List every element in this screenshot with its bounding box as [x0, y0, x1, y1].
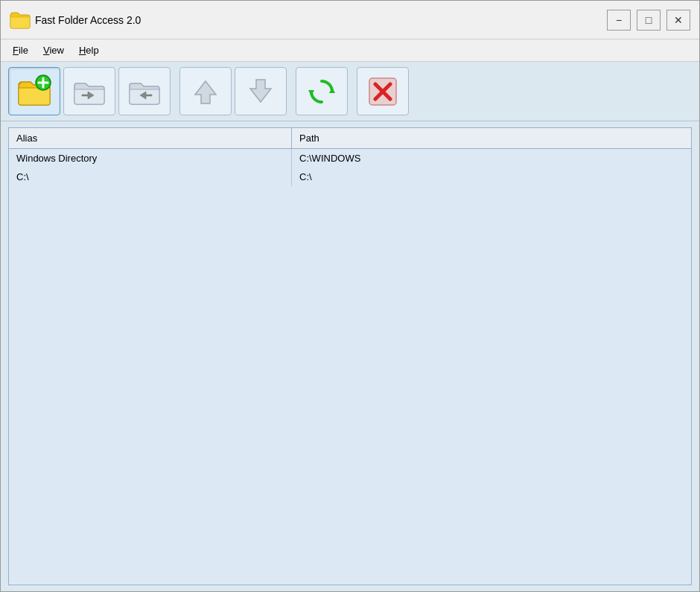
- move-up-button[interactable]: [179, 67, 232, 115]
- menu-view[interactable]: View: [36, 42, 71, 59]
- menu-bar: File View Help: [1, 39, 699, 62]
- folder-list: Alias Path Windows Directory C:\WINDOWS …: [8, 127, 692, 585]
- toolbar-separator-3: [351, 69, 354, 114]
- svg-marker-5: [195, 81, 216, 104]
- close-button[interactable]: ✕: [666, 10, 690, 31]
- table-body: Windows Directory C:\WINDOWS C:\ C:\: [9, 149, 691, 585]
- minimize-button[interactable]: −: [607, 10, 631, 31]
- table-header: Alias Path: [9, 128, 691, 149]
- main-window: Fast Folder Access 2.0 − □ ✕ File View H…: [0, 0, 700, 592]
- export-button[interactable]: [118, 67, 171, 115]
- move-down-button[interactable]: [235, 67, 287, 115]
- menu-help[interactable]: Help: [71, 42, 106, 59]
- path-cell: C:\WINDOWS: [292, 149, 691, 168]
- toolbar: [1, 62, 699, 121]
- alias-cell: C:\: [9, 168, 292, 186]
- refresh-button[interactable]: [296, 67, 348, 115]
- maximize-button[interactable]: □: [637, 10, 661, 31]
- menu-file[interactable]: File: [5, 42, 36, 59]
- title-bar: Fast Folder Access 2.0 − □ ✕: [1, 1, 699, 39]
- svg-marker-6: [250, 80, 271, 102]
- app-icon: [10, 11, 28, 29]
- import-button[interactable]: [63, 67, 115, 115]
- window-controls: − □ ✕: [607, 10, 690, 31]
- path-cell: C:\: [292, 168, 691, 186]
- toolbar-separator-1: [174, 69, 176, 114]
- table-row[interactable]: C:\ C:\: [9, 168, 691, 186]
- add-folder-button[interactable]: [8, 67, 60, 115]
- path-column-header: Path: [292, 128, 691, 148]
- table-row[interactable]: Windows Directory C:\WINDOWS: [9, 149, 691, 168]
- toolbar-separator-2: [290, 69, 293, 114]
- delete-button[interactable]: [357, 67, 409, 115]
- alias-column-header: Alias: [9, 128, 292, 148]
- alias-cell: Windows Directory: [9, 149, 292, 168]
- window-title: Fast Folder Access 2.0: [35, 14, 607, 26]
